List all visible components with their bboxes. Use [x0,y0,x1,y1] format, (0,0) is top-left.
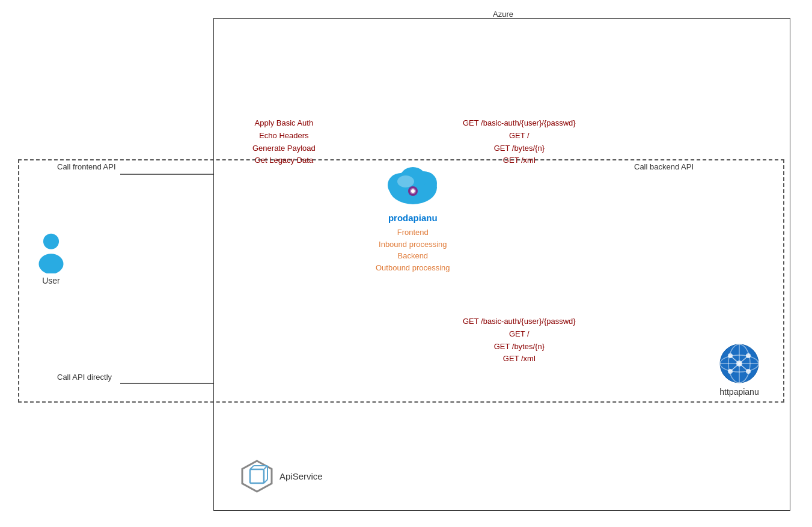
route-bot-4: GET /xml [463,353,576,365]
diagram: Azure User Apply Basic Auth Echo Headers… [0,0,812,527]
route-bot-3: GET /bytes/{n} [463,341,576,353]
cloud-sub-0: Frontend [397,227,429,239]
call-backend-label: Call backend API [634,161,694,174]
backend-routes-bottom-label: GET /basic-auth/{user}/{passwd} GET / GE… [463,315,576,365]
network-icon [718,343,760,385]
route-bot-1: GET /basic-auth/{user}/{passwd} [463,315,576,328]
cloud-sub-3: Outbound processing [376,262,450,274]
user-label: User [42,276,60,285]
call-frontend-label: Call frontend API [57,161,116,174]
route-top-2: GET / [463,130,576,142]
network-label: httpapianu [719,387,759,397]
user-area: User [33,231,69,285]
api-service-icon [240,460,273,493]
svg-point-14 [411,189,415,193]
frontend-operations-label: Apply Basic Auth Echo Headers Generate P… [252,117,316,167]
svg-point-5 [43,234,59,249]
op-4: Get Legacy Data [252,154,316,167]
route-top-1: GET /basic-auth/{user}/{passwd} [463,117,576,130]
cloud-icon [383,162,443,210]
network-area: httpapianu [718,343,760,397]
svg-rect-30 [250,469,264,483]
route-top-4: GET /xml [463,154,576,167]
op-2: Echo Headers [252,130,316,142]
azure-label: Azure [493,8,513,21]
api-service-area: ApiService [240,460,323,493]
user-icon [33,231,69,273]
api-service-label: ApiService [279,471,323,481]
cloud-sub-2: Backend [398,250,429,262]
cloud-sub-1: Inbound processing [379,239,447,251]
op-3: Generate Payload [252,142,316,155]
cloud-area: prodapianu Frontend Inbound processing B… [376,162,450,273]
cloud-sub-labels: Frontend Inbound processing Backend Outb… [376,227,450,273]
svg-point-11 [397,175,414,187]
svg-point-6 [38,254,63,273]
route-top-3: GET /bytes/{n} [463,142,576,155]
cloud-name-label: prodapianu [388,213,438,223]
route-bot-2: GET / [463,328,576,341]
call-directly-label: Call API directly [57,371,112,384]
backend-routes-top-label: GET /basic-auth/{user}/{passwd} GET / GE… [463,117,576,167]
op-1: Apply Basic Auth [252,117,316,130]
